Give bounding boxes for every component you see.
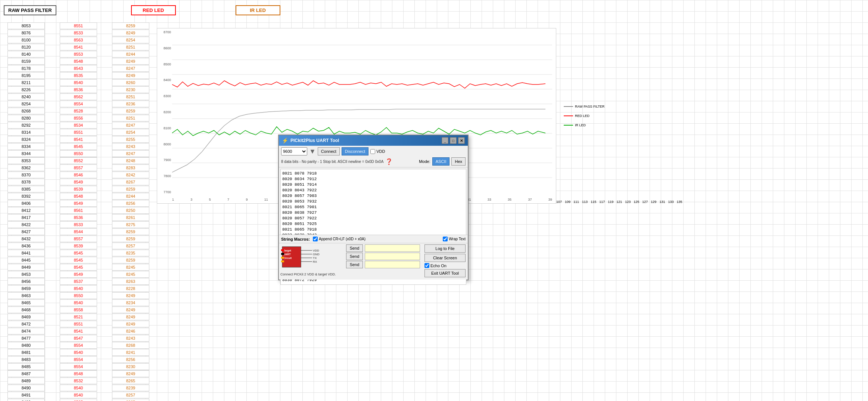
send-input-2[interactable] [365, 253, 420, 260]
red-value: 8549 [60, 271, 97, 278]
wrap-checkbox[interactable]: Wrap Text [443, 237, 466, 241]
help-icon[interactable]: ❓ [385, 158, 393, 165]
legend-raw-line [564, 106, 573, 107]
close-button[interactable]: ✕ [458, 137, 465, 144]
raw-value: 8268 [7, 108, 45, 114]
ir-value: 8249 [112, 30, 149, 36]
ir-value: 8228 [112, 285, 149, 292]
red-value: 8557 [60, 235, 97, 242]
raw-value: 8240 [7, 93, 45, 100]
red-value: 8533 [60, 221, 97, 228]
red-value: 8545 [60, 143, 97, 150]
dropdown-arrow: ▼ [309, 148, 316, 155]
raw-value: 8480 [7, 342, 45, 349]
xaxis-right-label: 125 [634, 200, 639, 204]
legend-red-line [564, 115, 573, 116]
red-value: 8533 [60, 30, 97, 36]
wrap-check-input[interactable] [443, 237, 448, 241]
ir-value: 8247 [112, 65, 149, 72]
serial-line: 8020 8057 7922 [282, 216, 464, 221]
clear-screen-button[interactable]: Clear Screen [424, 254, 466, 262]
minimize-button[interactable]: _ [442, 137, 448, 144]
ir-value: 8244 [112, 193, 149, 200]
dialog-titlebar: ⚡ PICkit2Plus UART Tool _ □ ✕ [279, 135, 468, 146]
serial-line: 8020 8057 7903 [282, 193, 464, 199]
data-columns: 8053807681008120814081598178819582118226… [0, 22, 157, 401]
send-button-3[interactable]: Send [346, 261, 363, 268]
yaxis-label: 8100 [157, 126, 171, 130]
maximize-button[interactable]: □ [450, 137, 457, 144]
ir-value: 8263 [112, 278, 149, 285]
raw-value: 8226 [7, 86, 45, 93]
red-value: 8552 [60, 157, 97, 164]
yaxis-label: 8300 [157, 94, 171, 98]
ir-value: 8230 [112, 86, 149, 93]
append-label: Append CR+LF (x0D + x0A) [319, 237, 365, 241]
svg-rect-24 [281, 257, 284, 259]
red-value: 8548 [60, 193, 97, 200]
raw-value: 8280 [7, 115, 45, 121]
xaxis-label: 1 [172, 198, 174, 201]
ir-value: 8230 [112, 363, 149, 370]
log-to-file-button[interactable]: Log to File [424, 244, 466, 253]
yaxis-label: 8400 [157, 78, 171, 82]
ir-value: 8242 [112, 172, 149, 178]
send-input-3[interactable] [365, 261, 420, 268]
ir-value: 8260 [112, 79, 149, 86]
red-value: 8548 [60, 58, 97, 65]
red-value: 8528 [60, 108, 97, 114]
vdd-check[interactable] [370, 149, 375, 154]
raw-value: 8353 [7, 157, 45, 164]
ir-value: 8259 [112, 186, 149, 192]
red-value: 8554 [60, 363, 97, 370]
raw-value: 8140 [7, 51, 45, 58]
send-button-1[interactable]: Send [346, 244, 363, 252]
xaxis-right-label: 135 [676, 200, 682, 204]
red-value: 8544 [60, 228, 97, 235]
raw-value: 8195 [7, 72, 45, 79]
xaxis-label: 5 [209, 198, 211, 201]
append-check-input[interactable] [313, 237, 318, 241]
vdd-label: VDD [376, 149, 385, 154]
echo-label: Echo On [430, 263, 447, 268]
red-value: 8540 [60, 299, 97, 306]
send-input-1[interactable] [365, 244, 420, 252]
legend-raw-label: RAW PASS FILTER [575, 105, 604, 108]
xaxis-label: 37 [528, 198, 532, 201]
chart-yaxis: 8700860085008400830082008100800079007800… [157, 30, 172, 194]
xaxis-right-label: 121 [616, 200, 622, 204]
xaxis-right-label: 129 [651, 200, 656, 204]
red-value: 8539 [60, 186, 97, 192]
hex-mode-button[interactable]: Hex [451, 157, 466, 166]
raw-value: 8463 [7, 292, 45, 299]
echo-check-input[interactable] [424, 263, 429, 268]
dialog-controls[interactable]: _ □ ✕ [442, 137, 465, 144]
dialog-title: ⚡ PICkit2Plus UART Tool [282, 138, 339, 144]
echo-checkbox[interactable]: Echo On [424, 263, 466, 268]
raw-value: 8489 [7, 377, 45, 384]
connect-button[interactable]: Connect [318, 147, 340, 155]
xaxis-right-label: 113 [582, 200, 588, 204]
ir-value: 8251 [112, 93, 149, 100]
raw-value: 8362 [7, 164, 45, 171]
send-button-2[interactable]: Send [346, 253, 363, 260]
serial-line: 8020 8034 7912 [282, 176, 464, 182]
xaxis-right-label: 115 [591, 200, 596, 204]
ascii-mode-button[interactable]: ASCII [432, 157, 450, 166]
raw-value: 8436 [7, 243, 45, 249]
red-value: 8554 [60, 101, 97, 107]
disconnect-button[interactable]: Disconnect [342, 147, 368, 155]
macros-label: String Macros: [281, 237, 310, 241]
serial-line: 8020 8043 7922 [282, 188, 464, 193]
vdd-checkbox[interactable]: VDD [370, 149, 385, 154]
ir-value: 8245 [112, 271, 149, 278]
exit-uart-button[interactable]: Exit UART Tool [424, 269, 466, 277]
red-value: 8539 [60, 243, 97, 249]
ir-value: 8259 [112, 257, 149, 263]
red-value: 8557 [60, 164, 97, 171]
baud-rate-select[interactable]: 9600 19200 38400 57600 115200 [281, 147, 307, 155]
append-checkbox[interactable]: Append CR+LF (x0D + x0A) [313, 237, 365, 241]
red-value: 8551 [60, 321, 97, 327]
yaxis-label: 8200 [157, 110, 171, 114]
svg-text:UART: UART [283, 253, 291, 256]
